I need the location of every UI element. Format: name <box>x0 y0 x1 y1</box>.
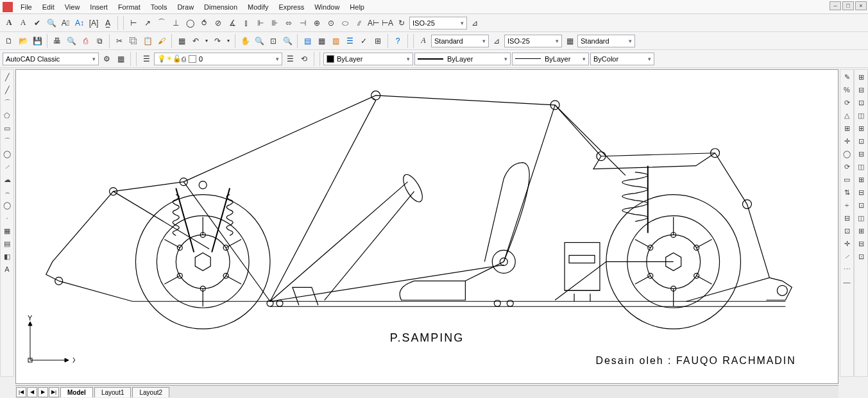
dim-tedit-icon[interactable]: ⊢A <box>381 17 394 29</box>
plot-icon[interactable]: 🖶 <box>51 35 64 47</box>
redo-list-icon[interactable]: ▾ <box>225 35 232 47</box>
tolerance-icon[interactable]: ⊕ <box>311 17 323 29</box>
order-btn-5[interactable]: ⊡ <box>855 135 867 147</box>
draw-btn-0[interactable]: ╱ <box>1 71 13 83</box>
menu-help[interactable]: Help <box>345 2 370 12</box>
order-btn-1[interactable]: ⊟ <box>855 84 867 95</box>
dimstyle-control-icon[interactable]: ⊿ <box>468 17 481 29</box>
draw-btn-3[interactable]: ⬠ <box>1 110 13 121</box>
lineweight-dropdown[interactable]: ByLayer <box>512 53 589 65</box>
redo-icon[interactable]: ↷ <box>211 35 224 47</box>
dim-edit-icon[interactable]: A⊢ <box>367 17 380 29</box>
my-workspace-icon[interactable]: ▦ <box>114 53 127 65</box>
dim-space-icon[interactable]: ⬄ <box>282 17 295 29</box>
find-icon[interactable]: 🔍 <box>45 17 58 29</box>
menu-draw[interactable]: Draw <box>172 2 199 12</box>
center-mark-icon[interactable]: ⊙ <box>325 17 337 29</box>
publish-icon[interactable]: ⎙ <box>79 35 92 47</box>
tab-nav-prev[interactable]: ◀ <box>27 387 37 397</box>
tablestyle-dropdown[interactable]: Standard <box>577 35 635 47</box>
draw-btn-4[interactable]: ▭ <box>1 122 13 134</box>
layer-manager-icon[interactable]: ☰ <box>140 53 153 65</box>
textstyle-dropdown[interactable]: Standard <box>431 35 489 47</box>
quickcalc-icon[interactable]: ⊞ <box>371 35 384 47</box>
tab-nav-first[interactable]: |◀ <box>16 387 26 397</box>
block-editor-icon[interactable]: ▦ <box>175 35 188 47</box>
tab-layout2[interactable]: Layout2 <box>132 387 169 397</box>
draw-btn-14[interactable]: ◧ <box>1 251 13 262</box>
jogged-linear-icon[interactable]: ⫽ <box>353 17 366 29</box>
modify-btn-13[interactable]: ✛ <box>841 238 853 249</box>
order-btn-10[interactable]: ⊡ <box>855 199 867 211</box>
menu-express[interactable]: Express <box>273 2 309 12</box>
scale-text-icon[interactable]: A↕ <box>73 17 86 29</box>
modify-btn-2[interactable]: ⟳ <box>841 97 853 108</box>
paste-icon[interactable]: 📋 <box>141 35 154 47</box>
tab-layout1[interactable]: Layout1 <box>94 387 132 397</box>
sheetset-icon[interactable]: ☰ <box>343 35 356 47</box>
workspace-dropdown[interactable]: AutoCAD Classic <box>3 53 99 65</box>
quick-dim-icon[interactable]: ⫿ <box>240 17 253 29</box>
order-btn-11[interactable]: ◫ <box>855 212 867 224</box>
draw-btn-6[interactable]: ◯ <box>1 148 13 160</box>
properties-icon[interactable]: ▤ <box>301 35 314 47</box>
dim-continue-icon[interactable]: ⊪ <box>268 17 281 29</box>
menu-dimension[interactable]: Dimension <box>199 2 243 12</box>
minimize-button[interactable]: – <box>830 1 841 10</box>
close-button[interactable]: × <box>855 1 867 10</box>
modify-btn-14[interactable]: ⟋ <box>841 251 853 262</box>
modify-btn-12[interactable]: ⊡ <box>841 225 853 236</box>
dim-arc-icon[interactable]: ⌒ <box>155 17 168 29</box>
preview-icon[interactable]: 🔍 <box>65 35 78 47</box>
draw-btn-10[interactable]: ◯ <box>1 199 13 211</box>
3ddwf-icon[interactable]: ⧉ <box>93 35 106 47</box>
modify-btn-10[interactable]: ÷ <box>841 199 853 211</box>
tablestyle-btn-icon[interactable]: ▦ <box>563 35 576 47</box>
restore-button[interactable]: □ <box>842 1 854 10</box>
pan-icon[interactable]: ✋ <box>239 35 251 47</box>
dimstyle2-dropdown[interactable]: ISO-25 <box>504 35 562 47</box>
draw-btn-5[interactable]: ⌒ <box>1 135 13 147</box>
tool-palettes-icon[interactable]: ▥ <box>329 35 342 47</box>
menu-window[interactable]: Window <box>309 2 345 12</box>
undo-list-icon[interactable]: ▾ <box>203 35 210 47</box>
menu-file[interactable]: File <box>15 2 37 12</box>
layer-states-icon[interactable]: ☰ <box>284 53 296 65</box>
menu-format[interactable]: Format <box>113 2 146 12</box>
mtext-icon[interactable]: A <box>3 17 15 29</box>
modify-btn-8[interactable]: ▭ <box>841 174 853 185</box>
plotstyle-dropdown[interactable]: ByColor <box>590 53 654 65</box>
dim-diameter-icon[interactable]: ⊘ <box>212 17 225 29</box>
draw-btn-12[interactable]: ▦ <box>1 225 13 236</box>
order-btn-6[interactable]: ⊟ <box>855 148 867 160</box>
menu-modify[interactable]: Modify <box>243 2 273 12</box>
justify-text-icon[interactable]: [A] <box>87 17 100 29</box>
modify-btn-4[interactable]: ⊞ <box>841 122 853 134</box>
order-btn-9[interactable]: ⊟ <box>855 187 867 198</box>
modify-btn-9[interactable]: ⇅ <box>841 187 853 198</box>
zoom-win-icon[interactable]: ⊡ <box>267 35 280 47</box>
copy-icon[interactable]: ⿻ <box>127 35 140 47</box>
inspect-icon[interactable]: ⬭ <box>339 17 352 29</box>
zoom-prev-icon[interactable]: 🔍 <box>281 35 294 47</box>
undo-icon[interactable]: ↶ <box>189 35 202 47</box>
help-icon[interactable]: ? <box>391 35 404 47</box>
modify-btn-3[interactable]: △ <box>841 110 853 121</box>
spellcheck-icon[interactable]: ✔ <box>31 17 44 29</box>
matchprop-icon[interactable]: 🖌 <box>155 35 168 47</box>
modify-btn-11[interactable]: ⊟ <box>841 212 853 224</box>
open-icon[interactable]: 📂 <box>17 35 30 47</box>
draw-btn-8[interactable]: ☁ <box>1 174 13 185</box>
order-btn-2[interactable]: ⊡ <box>855 97 867 108</box>
modify-btn-6[interactable]: ◯ <box>841 148 853 160</box>
menu-tools[interactable]: Tools <box>146 2 173 12</box>
draw-btn-13[interactable]: ▤ <box>1 238 13 249</box>
order-btn-4[interactable]: ⊞ <box>855 122 867 134</box>
zoom-rt-icon[interactable]: 🔍 <box>253 35 266 47</box>
new-icon[interactable]: 🗋 <box>3 35 15 47</box>
layer-previous-icon[interactable]: ⟲ <box>298 53 311 65</box>
text-icon[interactable]: A <box>17 17 30 29</box>
dim-break-icon[interactable]: ⊣ <box>296 17 309 29</box>
save-icon[interactable]: 💾 <box>31 35 44 47</box>
modify-btn-5[interactable]: ✛ <box>841 135 853 147</box>
